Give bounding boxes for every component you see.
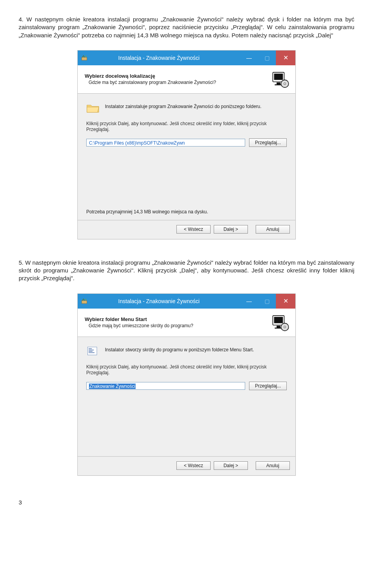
header-title: Wybierz docelową lokalizację [85, 73, 265, 79]
titlebar: Instalacja - Znakowanie Żywności — ▢ ✕ [78, 294, 295, 309]
wizard-body: Instalator stworzy skróty do programu w … [78, 337, 295, 456]
installer-dialog-startmenu: Instalacja - Znakowanie Żywności — ▢ ✕ W… [77, 293, 296, 476]
wizard-header: Wybierz docelową lokalizację Gdzie ma by… [78, 65, 295, 94]
svg-rect-4 [277, 82, 281, 84]
body-message: Instalator zainstaluje program Znakowani… [105, 102, 287, 109]
dialog-2-wrap: Instalacja - Znakowanie Żywności — ▢ ✕ W… [19, 293, 354, 476]
paragraph-step-4: 4. W następnym oknie kreatora instalacji… [19, 16, 354, 39]
folder-icon [86, 102, 99, 114]
startmenu-icon [86, 345, 99, 357]
window-controls: — ▢ ✕ [240, 294, 295, 309]
body-message: Instalator stworzy skróty do programu w … [105, 345, 287, 352]
wizard-body: Instalator zainstaluje program Znakowani… [78, 94, 295, 220]
header-subtitle: Gdzie mają być umieszczone skróty do pro… [89, 323, 265, 328]
header-title: Wybierz folder Menu Start [85, 316, 265, 322]
maximize-button[interactable]: ▢ [258, 294, 276, 309]
cancel-button[interactable]: Anuluj [256, 225, 290, 234]
svg-rect-11 [274, 317, 283, 323]
browse-button[interactable]: Przeglądaj... [249, 382, 287, 390]
window-title: Instalacja - Znakowanie Żywności [78, 298, 240, 304]
svg-rect-19 [89, 351, 92, 352]
next-button[interactable]: Dalej > [214, 225, 248, 234]
page-number: 3 [19, 499, 354, 506]
close-button[interactable]: ✕ [276, 294, 295, 309]
instruction-text: Kliknij przycisk Dalej, aby kontynuować.… [86, 364, 287, 376]
back-button[interactable]: < Wstecz [176, 461, 211, 470]
paragraph-step-5: 5. W następnym oknie kreatora instalacji… [19, 259, 354, 283]
svg-rect-17 [89, 348, 92, 349]
back-button[interactable]: < Wstecz [176, 225, 211, 234]
header-subtitle: Gdzie ma być zainstalowany program Znako… [89, 80, 265, 85]
cancel-button[interactable]: Anuluj [256, 461, 290, 470]
next-button[interactable]: Dalej > [214, 461, 248, 470]
wizard-footer: < Wstecz Dalej > Anuluj [78, 456, 295, 475]
wizard-header: Wybierz folder Menu Start Gdzie mają być… [78, 309, 295, 337]
instruction-text: Kliknij przycisk Dalej, aby kontynuować.… [86, 121, 287, 133]
close-button[interactable]: ✕ [276, 51, 295, 65]
installer-dialog-location: Instalacja - Znakowanie Żywności — ▢ ✕ W… [77, 50, 296, 239]
browse-button[interactable]: Przeglądaj... [249, 138, 287, 147]
svg-rect-18 [89, 349, 94, 350]
dialog-1-wrap: Instalacja - Znakowanie Żywności — ▢ ✕ W… [19, 50, 354, 239]
window-title: Instalacja - Znakowanie Żywności [78, 55, 240, 61]
install-path-input[interactable]: C:\Program Files (x86)\mpSOFT\ZnakowZywn [86, 139, 245, 147]
maximize-button[interactable]: ▢ [258, 51, 276, 65]
svg-point-15 [284, 326, 286, 328]
minimize-button[interactable]: — [240, 51, 258, 65]
svg-point-7 [284, 83, 286, 85]
disk-space-note: Potrzeba przynajmniej 14,3 MB wolnego mi… [86, 209, 287, 215]
titlebar: Instalacja - Znakowanie Żywności — ▢ ✕ [78, 51, 295, 65]
startmenu-folder-input[interactable]: Znakowanie Żywności [86, 382, 245, 390]
computer-disc-icon [270, 69, 290, 89]
svg-rect-20 [89, 352, 94, 353]
minimize-button[interactable]: — [240, 294, 258, 309]
svg-rect-12 [277, 326, 281, 328]
computer-disc-icon [270, 312, 290, 333]
window-controls: — ▢ ✕ [240, 51, 295, 65]
wizard-footer: < Wstecz Dalej > Anuluj [78, 220, 295, 239]
svg-rect-3 [274, 73, 283, 80]
